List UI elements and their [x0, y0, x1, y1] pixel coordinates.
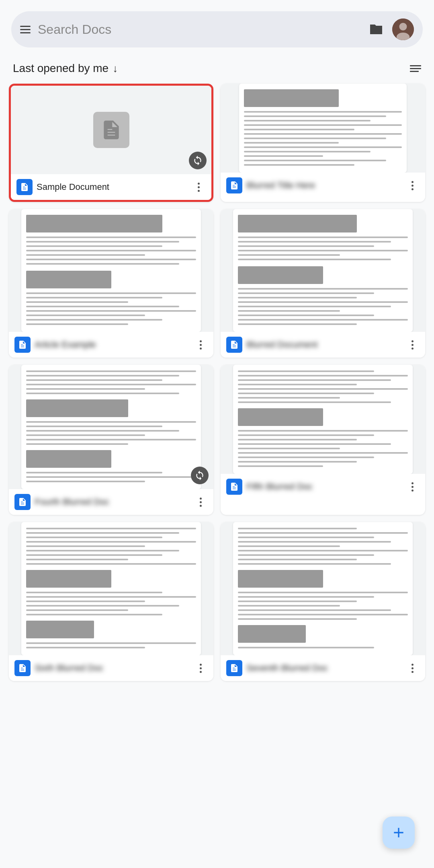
doc-card-2[interactable]: Blurred Title Here	[221, 84, 425, 202]
doc-type-icon-2	[226, 177, 242, 193]
doc-footer-8: Seventh Blurred Doc	[221, 655, 425, 681]
doc-name-8: Seventh Blurred Doc	[246, 662, 401, 674]
doc-more-btn-8[interactable]	[405, 661, 420, 675]
doc-preview-1	[11, 86, 211, 174]
folder-icon[interactable]	[367, 22, 385, 37]
doc-type-icon-8	[226, 660, 242, 676]
list-view-button[interactable]	[410, 65, 421, 72]
doc-more-btn-5[interactable]	[193, 495, 208, 509]
doc-footer-6: Fifth Blurred Doc	[221, 474, 425, 500]
doc-name-5: Fourth Blurred Doc	[35, 496, 189, 508]
sort-arrow-icon: ↓	[113, 62, 118, 75]
sync-badge-5	[191, 467, 209, 484]
doc-preview-2	[221, 84, 425, 173]
doc-footer-2: Blurred Title Here	[221, 173, 425, 198]
doc-preview-5	[9, 365, 213, 489]
sort-label-text: Last opened by me	[13, 62, 108, 75]
doc-card-1[interactable]: Sample Document	[9, 84, 213, 202]
doc-type-icon-7	[14, 660, 31, 676]
doc-preview-7	[9, 522, 213, 655]
doc-type-icon-5	[14, 494, 31, 510]
doc-preview-3	[9, 209, 213, 332]
doc-more-btn-1[interactable]	[191, 180, 206, 194]
doc-card-5[interactable]: Fourth Blurred Doc	[9, 365, 213, 515]
doc-more-btn-2[interactable]	[405, 178, 420, 193]
doc-type-icon-3	[14, 337, 31, 353]
doc-more-btn-3[interactable]	[193, 337, 208, 352]
doc-card-6[interactable]: Fifth Blurred Doc	[221, 365, 425, 515]
doc-card-7[interactable]: Sixth Blurred Doc	[9, 522, 213, 681]
docs-grid: Sample Document	[0, 80, 434, 721]
svg-point-1	[399, 23, 407, 31]
fab-button[interactable]	[383, 817, 415, 849]
header-icons	[367, 19, 414, 40]
doc-footer-3: Article Example	[9, 332, 213, 358]
doc-name-4: Blurred Document	[246, 339, 401, 351]
doc-name-2: Blurred Title Here	[246, 180, 401, 191]
sync-badge-1	[189, 152, 207, 169]
search-bar[interactable]: Search Docs	[11, 11, 423, 47]
search-placeholder[interactable]: Search Docs	[38, 22, 360, 37]
doc-preview-8	[221, 522, 425, 655]
doc-type-icon-4	[226, 337, 242, 353]
doc-more-btn-6[interactable]	[405, 479, 420, 494]
doc-footer-4: Blurred Document	[221, 332, 425, 358]
doc-card-8[interactable]: Seventh Blurred Doc	[221, 522, 425, 681]
doc-preview-6	[221, 365, 425, 474]
doc-footer-1: Sample Document	[11, 174, 211, 200]
doc-card-3[interactable]: Article Example	[9, 209, 213, 358]
doc-name-6: Fifth Blurred Doc	[246, 481, 401, 493]
avatar[interactable]	[392, 19, 414, 40]
doc-name-7: Sixth Blurred Doc	[35, 662, 189, 674]
sort-bar: Last opened by me ↓	[0, 54, 434, 80]
doc-more-btn-4[interactable]	[405, 337, 420, 352]
sort-label-button[interactable]: Last opened by me ↓	[13, 62, 118, 75]
doc-more-btn-7[interactable]	[193, 661, 208, 675]
doc-type-icon-6	[226, 479, 242, 495]
doc-name-1: Sample Document	[37, 181, 187, 193]
header: Search Docs	[0, 0, 434, 54]
doc-preview-4	[221, 209, 425, 332]
doc-footer-7: Sixth Blurred Doc	[9, 655, 213, 681]
doc-type-icon-1	[16, 179, 33, 195]
doc-large-icon	[93, 112, 129, 148]
doc-footer-5: Fourth Blurred Doc	[9, 489, 213, 515]
menu-icon[interactable]	[20, 26, 31, 33]
doc-card-4[interactable]: Blurred Document	[221, 209, 425, 358]
doc-name-3: Article Example	[35, 339, 189, 351]
